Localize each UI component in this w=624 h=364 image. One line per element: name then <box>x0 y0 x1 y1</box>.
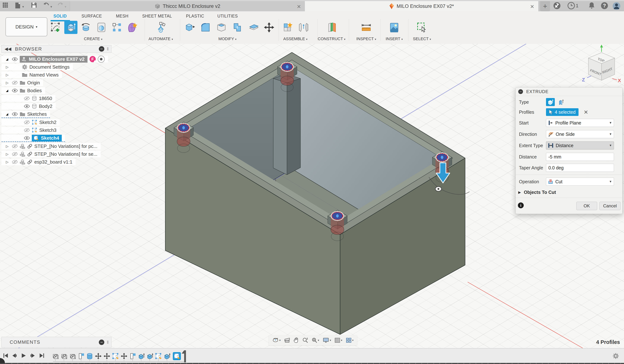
file-menu-caret-icon[interactable]: ▾ <box>22 5 24 9</box>
new-tab-button[interactable]: + <box>540 1 550 11</box>
help-icon[interactable]: ? <box>601 2 608 9</box>
panel-minimize-icon[interactable]: − <box>99 340 104 345</box>
taper-angle-input[interactable]: 0.0 deg <box>546 164 614 172</box>
model-body[interactable] <box>165 52 465 334</box>
comments-panel-header[interactable]: COMMENTS −‖ <box>1 337 111 348</box>
browser-row-sketch3[interactable]: Sketch3 <box>1 127 60 133</box>
clear-selection-icon[interactable]: ✕ <box>584 109 588 115</box>
job-status-icon[interactable]: 1 <box>567 2 578 9</box>
timeline-track[interactable] <box>53 361 186 362</box>
tab-plastic[interactable]: PLASTIC <box>177 14 213 19</box>
pan-hand-icon[interactable] <box>294 338 299 343</box>
browser-row-body2[interactable]: Body2 <box>1 103 56 110</box>
browser-row-root[interactable]: ◢ MILO Enclosure EX07 v2 F <box>1 56 108 62</box>
document-tab-active[interactable]: MILO Enclosure EX07 v2* ✕ <box>305 1 538 11</box>
browser-row-step-pc[interactable]: ▷ STEP_[No Variations] for pc... <box>1 143 101 149</box>
browser-row-sketches[interactable]: ◢ Sketches <box>1 111 50 118</box>
orbit-icon[interactable]: ▾ <box>272 338 281 343</box>
collapsed-caret-icon[interactable]: ▷ <box>6 73 10 77</box>
fit-view-icon[interactable]: ▾ <box>312 338 319 343</box>
expanded-caret-icon[interactable]: ◢ <box>6 57 10 61</box>
undo-icon[interactable] <box>43 2 49 8</box>
timeline-play-button[interactable] <box>21 353 26 358</box>
browser-row-bodies[interactable]: ◢ Bodies <box>1 87 45 94</box>
visibility-eye-icon[interactable] <box>24 104 30 108</box>
type-extrude-thin-button[interactable] <box>557 98 565 106</box>
info-icon[interactable]: i <box>518 202 524 208</box>
visibility-eye-icon[interactable] <box>12 89 18 93</box>
tab-utilities[interactable]: UTILITIES <box>209 14 246 19</box>
pattern-button[interactable] <box>110 21 124 34</box>
3d-viewport[interactable]: TOP FRONT RIGHT Z X ◀◀ BROWSER −‖ ◢ <box>0 44 624 348</box>
loft-button[interactable] <box>95 21 108 34</box>
shell-button[interactable] <box>215 21 228 34</box>
timeline-step-back-button[interactable] <box>12 353 17 358</box>
extent-type-select[interactable]: Distance ▼ <box>546 142 614 149</box>
save-icon[interactable] <box>31 2 37 8</box>
combine-button[interactable] <box>231 21 244 34</box>
select-button[interactable] <box>416 21 429 34</box>
redo-caret-icon[interactable]: ▾ <box>65 5 66 9</box>
new-component-button[interactable] <box>282 21 295 34</box>
activate-component-radio[interactable] <box>98 56 105 63</box>
press-pull-button[interactable] <box>183 21 197 34</box>
measure-button[interactable] <box>360 21 373 34</box>
visibility-eye-off-icon[interactable] <box>12 144 18 148</box>
timeline-settings-gear-icon[interactable] <box>613 353 619 359</box>
tab-mesh[interactable]: MESH <box>104 14 140 19</box>
profiles-selected-chip[interactable]: 4 selected <box>546 108 578 116</box>
fillet-button[interactable] <box>199 21 212 34</box>
visibility-eye-off-icon[interactable] <box>12 152 18 156</box>
app-grid-icon[interactable] <box>2 2 8 8</box>
group-automate[interactable]: AUTOMATE ▾ <box>139 37 183 41</box>
file-menu-icon[interactable] <box>15 2 21 9</box>
timeline-step-forward-button[interactable] <box>30 353 35 358</box>
move-copy-button[interactable] <box>262 21 276 34</box>
collapsed-caret-icon[interactable]: ▷ <box>6 152 10 156</box>
grid-settings-icon[interactable]: ▾ <box>335 338 342 343</box>
joint-button[interactable] <box>297 21 310 34</box>
visibility-eye-off-icon[interactable] <box>24 128 30 132</box>
tab-sheet-metal[interactable]: SHEET METAL <box>139 14 175 19</box>
browser-row-named-views[interactable]: ▷ Named Views <box>1 72 62 78</box>
type-extrude-solid-button[interactable] <box>546 98 555 106</box>
direction-select[interactable]: One Side ▼ <box>546 130 614 138</box>
browser-row-sketch4[interactable]: Sketch4 <box>1 135 65 142</box>
revolve-button[interactable] <box>79 21 92 34</box>
view-cube[interactable]: TOP FRONT RIGHT Z X <box>582 45 621 83</box>
visibility-eye-off-icon[interactable] <box>24 120 30 124</box>
workspace-selector[interactable]: DESIGN ▾ <box>5 17 47 36</box>
document-tab-inactive[interactable]: Thiccc MILO Enclosure v2 ✕ <box>70 1 305 11</box>
objects-to-cut-expander[interactable]: ▶ Objects To Cut <box>516 190 622 195</box>
dialog-header[interactable]: − EXTRUDE <box>516 87 622 96</box>
insert-image-button[interactable] <box>388 21 401 34</box>
group-select[interactable]: SELECT ▾ <box>400 37 444 41</box>
automate-button[interactable] <box>154 21 167 34</box>
visibility-eye-off-icon[interactable] <box>12 81 18 85</box>
expanded-caret-icon[interactable]: ◢ <box>6 112 10 116</box>
visibility-eye-icon[interactable] <box>12 112 18 116</box>
cancel-button[interactable]: Cancel <box>599 202 621 210</box>
collapsed-caret-icon[interactable]: ▷ <box>6 81 10 85</box>
taper-angle-handle[interactable] <box>435 187 442 191</box>
collapsed-caret-icon[interactable]: ▷ <box>6 144 10 148</box>
tab-solid[interactable]: SOLID <box>42 14 78 19</box>
browser-row-origin[interactable]: ▷ Origin <box>1 79 43 86</box>
group-create[interactable]: CREATE ▾ <box>71 37 115 41</box>
timeline-playhead[interactable] <box>184 350 186 362</box>
notifications-bell-icon[interactable] <box>588 2 595 9</box>
browser-header[interactable]: ◀◀ BROWSER −‖ <box>1 45 111 53</box>
undo-caret-icon[interactable]: ▾ <box>51 5 52 9</box>
operation-select[interactable]: Cut ▼ <box>546 178 614 186</box>
offset-face-button[interactable] <box>247 21 260 34</box>
visibility-eye-off-icon[interactable] <box>24 97 30 100</box>
redo-icon[interactable] <box>57 2 64 8</box>
browser-row-esp32-board[interactable]: ▷ esp32_board v1:1 <box>1 159 76 165</box>
create-sketch-button[interactable] <box>49 21 62 34</box>
browser-row-18650[interactable]: 18650 <box>1 95 55 102</box>
visibility-eye-icon[interactable] <box>24 136 30 140</box>
visibility-eye-off-icon[interactable] <box>12 160 18 164</box>
extensions-icon[interactable] <box>553 2 561 9</box>
construct-plane-button[interactable] <box>325 21 338 34</box>
visibility-eye-icon[interactable] <box>12 57 18 61</box>
